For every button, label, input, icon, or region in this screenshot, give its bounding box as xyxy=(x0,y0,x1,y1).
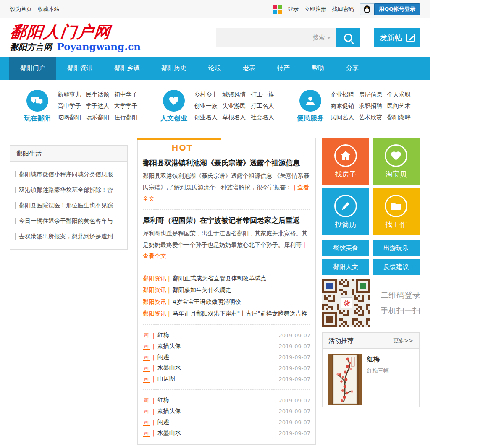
quicklink[interactable]: 民间艺人 xyxy=(331,114,359,121)
quicklink[interactable]: 失业游民 xyxy=(222,102,250,110)
right-sidebar: 找房子 淘宝贝 投简历 xyxy=(322,138,420,407)
picture-icon: 画 xyxy=(143,332,150,339)
list-item[interactable]: 双港镇鄱莲路豪华坟墓全部拆除！密 xyxy=(15,182,123,198)
divider xyxy=(143,209,310,210)
new-post-button[interactable]: 发新帖 xyxy=(374,28,420,47)
login-link[interactable]: 登录 xyxy=(288,5,299,13)
quicklink[interactable]: 艺术欣赏 xyxy=(359,114,387,121)
quicklink[interactable]: 高中学子 xyxy=(58,102,86,110)
quicklink[interactable]: 房屋信息 xyxy=(359,91,387,99)
nav-item-history[interactable]: 鄱阳历史 xyxy=(150,57,197,80)
nav-item-specialty[interactable]: 特产 xyxy=(266,57,301,80)
chevron-down-icon xyxy=(327,37,331,39)
news-row[interactable]: 鄱阳资讯|鄱阳蔡加生为什么调走 xyxy=(143,284,310,296)
tile-treasure[interactable]: 淘宝贝 xyxy=(373,138,420,185)
quicklink[interactable]: 创业一族 xyxy=(194,102,222,110)
quicklink[interactable]: 乡村乡土 xyxy=(194,91,222,99)
article-title[interactable]: 犀利哥（程国荣）在宁波被记者带回老家之后重返 xyxy=(143,216,310,225)
list-item[interactable]: 鄱阳城市微信小程序同城分类信息服 xyxy=(15,167,123,182)
gallery-row[interactable]: 画|水墨山水2019-09-07 xyxy=(143,363,310,373)
bookmark-link[interactable]: 收藏本站 xyxy=(38,5,60,13)
qq-login-button[interactable]: 用QQ帐号登录 xyxy=(360,3,420,15)
gallery-row[interactable]: 画|山居图2019-09-07 xyxy=(143,373,310,384)
main-area: 鄱阳生活 鄱阳城市微信小程序同城分类信息服 双港镇鄱莲路豪华坟墓全部拆除！密 鄱… xyxy=(0,129,430,445)
find-password-link[interactable]: 找回密码 xyxy=(332,5,354,13)
quicklink[interactable]: 草根名人 xyxy=(222,114,250,121)
quicklinks-label[interactable]: 便民服务 xyxy=(290,114,331,123)
search-type-dropdown[interactable]: 搜索 xyxy=(313,34,336,42)
feedback-button[interactable]: 反馈建议 xyxy=(373,259,420,275)
site-logo[interactable]: 鄱阳人门户网 鄱阳方言网 Poyangwang.cn xyxy=(10,24,141,51)
quicklinks-label[interactable]: 玩在鄱阳 xyxy=(17,114,58,123)
gallery-row[interactable]: 画|素描头像2019-09-07 xyxy=(143,341,310,352)
header: 鄱阳人门户网 鄱阳方言网 Poyangwang.cn 搜索 发新帖 xyxy=(0,18,430,57)
news-row[interactable]: 鄱阳资讯|鄱阳正式成为省直管县体制改革试点 xyxy=(143,272,310,284)
nav-item-towns[interactable]: 鄱阳乡镇 xyxy=(103,57,150,80)
quicklink[interactable]: 学子达人 xyxy=(86,102,114,110)
gallery-row[interactable]: 画|红梅2019-09-07 xyxy=(143,330,310,341)
list-item[interactable]: 今日一辆往返余干鄱阳的黄色客车与 xyxy=(15,213,123,229)
set-home-link[interactable]: 设为首页 xyxy=(10,5,32,13)
list-item[interactable]: 去双港派出所报案，想北到还是遭到 xyxy=(15,229,123,244)
activity-thumbnail[interactable] xyxy=(328,354,362,405)
person-icon[interactable] xyxy=(299,90,321,112)
gallery-row[interactable]: 画|闲趣2019-09-07 xyxy=(143,352,310,363)
news-row[interactable]: 鄱阳资讯|4岁宝宝王语欣做明清明饺 xyxy=(143,296,310,308)
chat-icon[interactable] xyxy=(26,90,48,112)
quicklink[interactable]: 住行鄱阳 xyxy=(114,114,142,121)
picture-icon: 画 xyxy=(143,408,150,415)
logo-sub-cn: 鄱阳方言网 xyxy=(10,42,52,52)
quicklink[interactable]: 商家促销 xyxy=(331,102,359,110)
gallery-row[interactable]: 画|水墨山水2019-09-07 xyxy=(143,428,310,438)
quicklinks-strip: 玩在鄱阳 新鲜事儿 民生话题 初中学子 高中学子 学子达人 大学学子 吃喝鄱阳 … xyxy=(10,83,420,129)
life-panel: 鄱阳生活 鄱阳城市微信小程序同城分类信息服 双港镇鄱莲路豪华坟墓全部拆除！密 鄱… xyxy=(10,145,128,250)
article-summary: 犀利哥也丘是程国荣，出生于江西省鄱阳，其家庭并北宽裕。其是奶奶最疼爱个一个孙子也… xyxy=(143,228,310,262)
tile-submit-resume[interactable]: 投简历 xyxy=(322,188,369,235)
culture-button[interactable]: 鄱阳人文 xyxy=(322,259,369,275)
nav-item-forum[interactable]: 论坛 xyxy=(197,57,232,80)
nav-item-news[interactable]: 鄱阳资讯 xyxy=(56,57,103,80)
activity-item-title[interactable]: 红梅 xyxy=(367,355,389,363)
quicklink[interactable]: 打工名人 xyxy=(251,102,279,110)
quicklink[interactable]: 社会名人 xyxy=(251,114,279,121)
pencil-icon xyxy=(334,195,357,217)
nav-item-share[interactable]: 分享 xyxy=(335,57,370,80)
article-title[interactable]: 鄱阳县双港镇利池湖《聂氏宗谱》透露个祖源信息 xyxy=(143,158,310,168)
quicklink[interactable]: 个人求职 xyxy=(387,91,415,99)
quicklink[interactable]: 初中学子 xyxy=(114,91,142,99)
news-row[interactable]: 鄱阳资讯|马年正月鄱阳双港下岸村"土古屋"前祥龙腾舞送吉祥 xyxy=(143,308,310,319)
quicklink[interactable]: 创业名人 xyxy=(194,114,222,121)
gallery-row[interactable]: 画|红梅2019-09-07 xyxy=(143,395,310,406)
picture-icon: 画 xyxy=(143,419,150,426)
tile-find-job[interactable]: 找工作 xyxy=(373,188,420,235)
quicklink[interactable]: 大学学子 xyxy=(114,102,142,110)
quicklink[interactable]: 民间艺术 xyxy=(387,102,415,110)
quicklink[interactable]: 城镇风情 xyxy=(222,91,250,99)
gallery-row[interactable]: 画|闲趣2019-09-07 xyxy=(143,417,310,428)
quicklink[interactable]: 鄱阳湖畔 xyxy=(387,114,415,121)
nav-item-help[interactable]: 帮助 xyxy=(301,57,335,80)
quicklink[interactable]: 民生话题 xyxy=(86,91,114,99)
nav-item-laobiao[interactable]: 老表 xyxy=(232,57,266,80)
travel-button[interactable]: 出游玩乐 xyxy=(373,240,420,256)
search-button[interactable] xyxy=(336,28,360,47)
quicklink[interactable]: 求职招聘 xyxy=(359,102,387,110)
quicklink[interactable]: 新鲜事儿 xyxy=(58,91,86,99)
list-item[interactable]: 鄱阳县医院误医！那位医生也不见踪 xyxy=(15,198,123,213)
food-button[interactable]: 餐饮美食 xyxy=(322,240,369,256)
tile-find-house[interactable]: 找房子 xyxy=(322,138,369,185)
qr-finder xyxy=(356,279,370,293)
register-link[interactable]: 立即注册 xyxy=(304,5,326,13)
search-input[interactable] xyxy=(216,28,313,47)
nav-item-portal[interactable]: 鄱阳门户 xyxy=(9,57,56,80)
house-icon xyxy=(334,144,357,167)
hot-panel: HOT 鄱阳县双港镇利池湖《聂氏宗谱》透露个祖源信息 鄱阳县双港镇利池湖《聂氏宗… xyxy=(137,138,316,445)
gallery-row[interactable]: 画|素描头像2019-09-07 xyxy=(143,406,310,417)
quicklink[interactable]: 打工一族 xyxy=(251,91,279,99)
quicklink[interactable]: 企业招聘 xyxy=(331,91,359,99)
more-link[interactable]: 更多>> xyxy=(393,333,413,349)
quicklink[interactable]: 玩乐鄱阳 xyxy=(86,114,114,121)
quicklink[interactable]: 吃喝鄱阳 xyxy=(58,114,86,121)
quicklinks-label[interactable]: 人文创业 xyxy=(154,114,194,123)
heart-icon[interactable] xyxy=(163,90,185,112)
